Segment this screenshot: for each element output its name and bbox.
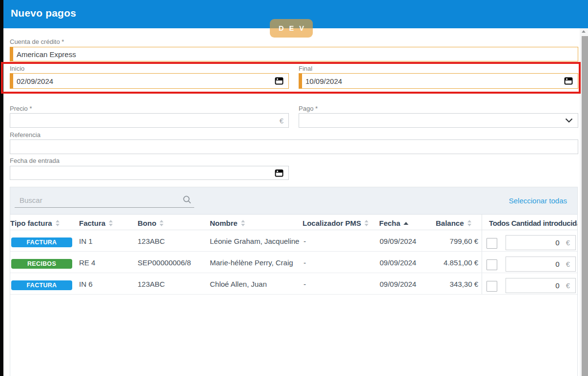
chevron-down-icon — [565, 118, 573, 123]
search-icon — [182, 195, 192, 206]
final-label: Final — [299, 65, 312, 72]
calendar-icon[interactable] — [564, 77, 573, 85]
balance-cell: 799,60 € — [352, 237, 478, 245]
localizador-cell: - — [304, 258, 306, 267]
page-title: Nuevo pagos — [11, 7, 76, 19]
col-header-bono[interactable]: Bono — [138, 219, 164, 227]
final-value: 10/09/2024 — [305, 77, 342, 85]
fecha-entrada-label: Fecha de entrada — [10, 157, 60, 164]
precio-input[interactable]: € — [10, 113, 289, 128]
table-toolbar: Buscar Seleccionar todas — [10, 187, 577, 215]
sort-icon — [365, 220, 369, 226]
table-row: FACTURA IN 6 123ABC Chloé Allen, Juan - … — [10, 273, 577, 295]
sort-icon — [241, 220, 245, 226]
cantidad-input[interactable]: 0€ — [506, 278, 576, 293]
col-header-factura[interactable]: Factura — [79, 219, 113, 227]
row-checkbox[interactable] — [487, 281, 497, 292]
col-header-fecha[interactable]: Fecha — [379, 219, 408, 227]
bono-cell: SEP00000006/8 — [138, 258, 191, 267]
localizador-cell: - — [304, 280, 306, 288]
calendar-icon[interactable] — [275, 169, 284, 178]
row-checkbox[interactable] — [487, 238, 497, 249]
tipo-factura-badge: FACTURA — [11, 280, 72, 290]
scrollbar-thumb[interactable] — [582, 36, 588, 376]
col-header-localizador-pms[interactable]: Localizador PMS — [303, 219, 369, 227]
calendar-icon[interactable] — [275, 77, 284, 85]
row-checkbox[interactable] — [487, 259, 497, 270]
inicio-date-input[interactable]: 02/09/2024 — [10, 73, 289, 89]
search-placeholder: Buscar — [20, 196, 42, 204]
sort-icon — [56, 220, 60, 226]
table-row: RECIBOS RE 4 SEP00000006/8 Marie-hélène … — [10, 252, 577, 273]
select-all-link[interactable]: Seleccionar todas — [509, 197, 567, 205]
sort-icon — [160, 220, 164, 226]
nombre-cell: Chloé Allen, Juan — [210, 280, 267, 288]
cantidad-input[interactable]: 0€ — [506, 235, 576, 250]
referencia-input[interactable] — [10, 139, 578, 154]
col-header-nombre[interactable]: Nombre — [210, 219, 245, 227]
table-row: FACTURA IN 1 123ABC Léonie Graham, Jacqu… — [10, 230, 577, 252]
nombre-cell: Marie-hélène Perry, Craig — [210, 258, 293, 267]
precio-label: Precio * — [10, 105, 32, 112]
final-date-input[interactable]: 10/09/2024 — [299, 73, 578, 89]
sort-ascending-icon — [404, 222, 408, 225]
tipo-factura-badge: FACTURA — [11, 237, 72, 247]
env-badge-dev: DEV — [270, 19, 313, 38]
inicio-value: 02/09/2024 — [17, 77, 53, 85]
inicio-label: Inicio — [10, 65, 24, 72]
cuenta-credito-label: Cuenta de crédito * — [10, 38, 64, 45]
col-header-tipo-factura[interactable]: Tipo factura — [10, 219, 60, 227]
facturas-table-panel: Buscar Seleccionar todas Tipo factura Fa… — [10, 187, 578, 376]
factura-cell: IN 6 — [79, 280, 93, 288]
localizador-cell: - — [304, 237, 306, 245]
euro-suffix: € — [280, 117, 284, 125]
tipo-factura-badge: RECIBOS — [11, 259, 72, 269]
cantidad-input[interactable]: 0€ — [506, 257, 576, 272]
cuenta-credito-input[interactable]: American Express — [10, 47, 578, 61]
sort-icon — [467, 220, 472, 226]
bono-cell: 123ABC — [138, 280, 165, 288]
scrollbar-up-arrow[interactable] — [582, 30, 586, 33]
cuenta-credito-value: American Express — [17, 50, 76, 59]
table-header-row: Tipo factura Factura Bono Nombre Localiz… — [10, 215, 577, 230]
col-header-todos-cantidad: Todos Cantidad introducida — [489, 219, 577, 227]
bono-cell: 123ABC — [138, 237, 165, 245]
fecha-entrada-input[interactable] — [10, 166, 289, 180]
background-strip — [0, 0, 3, 376]
col-header-balance[interactable]: Balance — [436, 219, 472, 227]
pago-select[interactable] — [299, 113, 578, 128]
factura-cell: IN 1 — [79, 237, 93, 245]
search-input[interactable]: Buscar — [15, 193, 194, 208]
referencia-label: Referencia — [10, 131, 41, 139]
balance-cell: 343,30 € — [352, 280, 478, 288]
balance-cell: 4.851,00 € — [352, 258, 478, 267]
sort-icon — [109, 220, 113, 226]
factura-cell: RE 4 — [79, 258, 95, 267]
pago-label: Pago * — [299, 105, 318, 112]
nombre-cell: Léonie Graham, Jacqueline — [210, 237, 299, 245]
